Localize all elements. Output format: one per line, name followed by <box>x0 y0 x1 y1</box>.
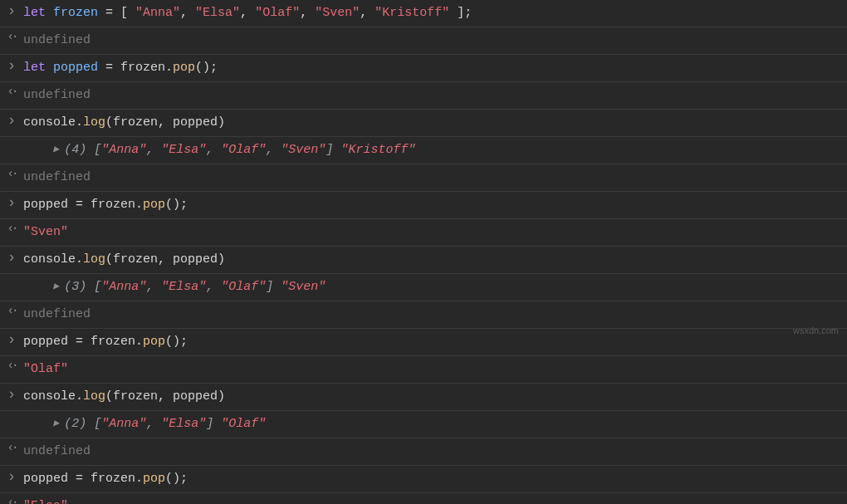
string-result: "Elsa" <box>23 499 68 504</box>
array-preview[interactable]: ▶(4) ["Anna", "Elsa", "Olaf", "Sven"] "K… <box>23 140 847 160</box>
console-input-row[interactable]: console.log(frozen, popped) <box>0 384 847 411</box>
code-line: popped = frozen.pop(); <box>23 469 847 489</box>
input-prompt-icon <box>0 469 23 484</box>
array-preview[interactable]: ▶(2) ["Anna", "Elsa"] "Olaf" <box>23 414 847 434</box>
console-output-row: undefined <box>0 438 847 466</box>
input-prompt-icon <box>0 113 23 128</box>
undefined-result: undefined <box>23 170 91 184</box>
input-prompt-icon <box>0 387 23 402</box>
code-line: console.log(frozen, popped) <box>23 250 847 270</box>
console-log-row: ▶(3) ["Anna", "Elsa", "Olaf"] "Sven" <box>0 274 847 301</box>
undefined-result: undefined <box>23 33 91 47</box>
console-output-row: "Olaf" <box>0 356 847 384</box>
code-line: popped = frozen.pop(); <box>23 195 847 215</box>
console-input-row[interactable]: let frozen = [ "Anna", "Elsa", "Olaf", "… <box>0 0 847 27</box>
code-line: let popped = frozen.pop(); <box>23 58 847 78</box>
console-input-row[interactable]: popped = frozen.pop(); <box>0 192 847 219</box>
code-line: let frozen = [ "Anna", "Elsa", "Olaf", "… <box>23 3 847 23</box>
console-input-row[interactable]: console.log(frozen, popped) <box>0 247 847 274</box>
console-input-row[interactable]: popped = frozen.pop(); <box>0 466 847 493</box>
watermark-text: wsxdn.com <box>793 324 839 339</box>
input-prompt-icon <box>0 58 23 73</box>
console-output-row: undefined <box>0 301 847 329</box>
output-icon <box>0 86 23 97</box>
console-output-row: "Sven" <box>0 219 847 247</box>
code-line: popped = frozen.pop(); <box>23 332 847 352</box>
output-icon <box>0 31 23 42</box>
input-prompt-icon <box>0 250 23 265</box>
string-result: "Olaf" <box>23 362 68 376</box>
undefined-result: undefined <box>23 444 91 458</box>
console-output-row: undefined <box>0 27 847 55</box>
console-log-row: ▶(4) ["Anna", "Elsa", "Olaf", "Sven"] "K… <box>0 137 847 164</box>
console-output-row: "Elsa" <box>0 493 847 504</box>
output-icon <box>0 360 23 371</box>
expand-triangle-icon[interactable]: ▶ <box>53 142 59 158</box>
input-prompt-icon <box>0 332 23 347</box>
undefined-result: undefined <box>23 88 91 102</box>
console-log-row: ▶(2) ["Anna", "Elsa"] "Olaf" <box>0 411 847 438</box>
code-line: console.log(frozen, popped) <box>23 113 847 133</box>
output-icon <box>0 442 23 453</box>
console-output-row: undefined <box>0 164 847 192</box>
array-preview[interactable]: ▶(3) ["Anna", "Elsa", "Olaf"] "Sven" <box>23 277 847 297</box>
console-input-row[interactable]: let popped = frozen.pop(); <box>0 55 847 82</box>
console-output-row: undefined <box>0 82 847 110</box>
expand-triangle-icon[interactable]: ▶ <box>53 279 59 295</box>
input-prompt-icon <box>0 195 23 210</box>
output-icon <box>0 223 23 234</box>
expand-triangle-icon[interactable]: ▶ <box>53 416 59 432</box>
output-icon <box>0 305 23 316</box>
console-input-row[interactable]: console.log(frozen, popped) <box>0 110 847 137</box>
string-result: "Sven" <box>23 225 68 239</box>
console-input-row[interactable]: popped = frozen.pop(); <box>0 329 847 356</box>
input-prompt-icon <box>0 3 23 18</box>
output-icon <box>0 497 23 504</box>
output-icon <box>0 168 23 179</box>
undefined-result: undefined <box>23 307 91 321</box>
code-line: console.log(frozen, popped) <box>23 387 847 407</box>
